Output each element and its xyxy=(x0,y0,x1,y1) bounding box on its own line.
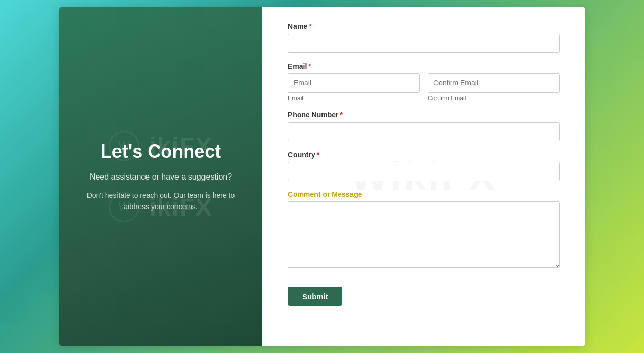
right-panel: WikiFX Name* Email* Email xyxy=(262,7,585,346)
left-panel-description: Don't hesitate to reach out. Our team is… xyxy=(79,190,242,213)
email-row: Email Confirm Email xyxy=(288,73,560,102)
confirm-email-col-label: Confirm Email xyxy=(428,95,560,102)
left-panel-title: Let's Connect xyxy=(79,141,242,162)
left-panel-subtitle: Need assistance or have a suggestion? xyxy=(79,172,242,182)
country-label: Country* xyxy=(288,151,560,159)
country-input[interactable] xyxy=(288,162,560,181)
phone-input[interactable] xyxy=(288,122,560,141)
name-input[interactable] xyxy=(288,34,560,53)
phone-group: Phone Number* xyxy=(288,111,560,141)
name-group: Name* xyxy=(288,22,560,53)
message-label: Comment or Message xyxy=(288,190,560,198)
email-col-label: Email xyxy=(288,95,420,102)
country-required: * xyxy=(317,151,319,159)
email-label: Email* xyxy=(288,62,560,70)
email-col-left: Email xyxy=(288,73,420,102)
contact-form: Name* Email* Email Confirm Email xyxy=(288,22,560,306)
email-group: Email* Email Confirm Email xyxy=(288,62,560,102)
email-required: * xyxy=(308,62,311,70)
country-group: Country* xyxy=(288,151,560,181)
email-input[interactable] xyxy=(288,73,420,93)
message-textarea[interactable] xyxy=(288,201,560,268)
name-required: * xyxy=(309,22,311,31)
left-panel: W ikiFX W ikiFX Let's Connect Need assis… xyxy=(59,7,262,346)
main-container: W ikiFX W ikiFX Let's Connect Need assis… xyxy=(59,7,585,346)
phone-required: * xyxy=(340,111,343,119)
email-col-right: Confirm Email xyxy=(428,73,560,102)
left-panel-content: Let's Connect Need assistance or have a … xyxy=(79,141,242,213)
phone-label: Phone Number* xyxy=(288,111,560,119)
name-label: Name* xyxy=(288,22,560,31)
submit-button[interactable]: Submit xyxy=(288,287,342,306)
message-group: Comment or Message xyxy=(288,190,560,270)
confirm-email-input[interactable] xyxy=(428,73,560,93)
